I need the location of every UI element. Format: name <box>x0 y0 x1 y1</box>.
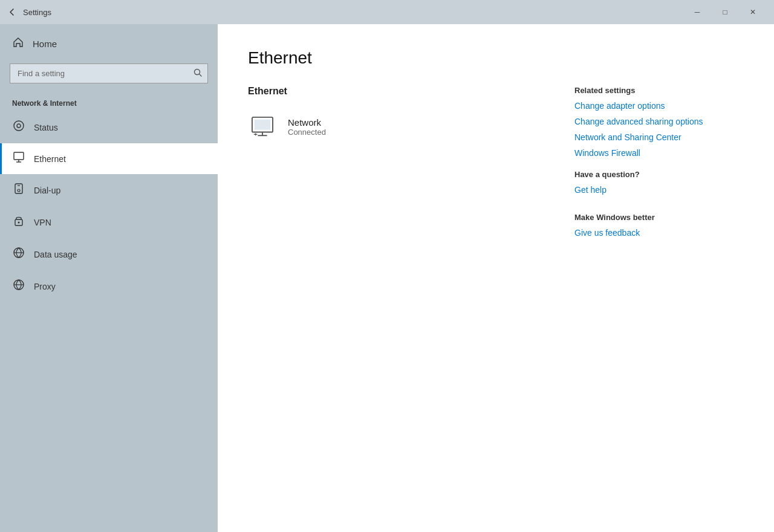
svg-rect-7 <box>15 184 22 193</box>
sidebar-section-title: Network & Internet <box>0 93 218 111</box>
windows-firewall-link[interactable]: Windows Firewall <box>574 148 744 158</box>
section-title: Ethernet <box>248 86 538 97</box>
related-settings-title: Related settings <box>574 86 744 95</box>
svg-point-2 <box>14 121 24 131</box>
page-title: Ethernet <box>248 48 744 68</box>
main-layout: Home Network & Internet Status <box>0 24 774 532</box>
have-question-title: Have a question? <box>574 170 744 179</box>
network-status: Connected <box>288 128 326 137</box>
sidebar-home-button[interactable]: Home <box>0 24 218 63</box>
sidebar-item-status-label: Status <box>34 123 58 132</box>
titlebar-left: Settings <box>7 7 51 17</box>
search-icon <box>194 68 202 79</box>
svg-rect-4 <box>14 152 24 160</box>
give-feedback-link[interactable]: Give us feedback <box>574 228 744 238</box>
status-icon <box>12 120 25 135</box>
sidebar-item-status[interactable]: Status <box>0 111 218 143</box>
network-item[interactable]: Network Connected <box>248 109 538 145</box>
datausage-icon <box>12 247 25 262</box>
dialup-icon <box>12 183 25 198</box>
svg-rect-17 <box>255 120 271 130</box>
content-main: Ethernet <box>248 86 538 244</box>
sidebar-item-dialup-label: Dial-up <box>34 186 60 195</box>
svg-point-9 <box>18 189 20 192</box>
sidebar-item-dialup[interactable]: Dial-up <box>0 174 218 206</box>
sidebar-item-vpn[interactable]: VPN <box>0 206 218 238</box>
home-icon <box>12 36 24 51</box>
network-info: Network Connected <box>288 117 326 137</box>
sidebar-item-proxy-label: Proxy <box>34 282 56 291</box>
search-input[interactable] <box>10 63 208 83</box>
sidebar-home-label: Home <box>33 39 57 49</box>
titlebar: Settings ─ □ ✕ <box>0 0 774 24</box>
proxy-icon <box>12 279 25 294</box>
get-help-link[interactable]: Get help <box>574 185 744 195</box>
svg-line-1 <box>200 74 202 77</box>
ethernet-icon <box>12 152 25 166</box>
titlebar-buttons: ─ □ ✕ <box>683 0 767 24</box>
content-body: Ethernet <box>248 86 744 244</box>
network-connection-icon <box>248 115 277 139</box>
change-advanced-sharing-link[interactable]: Change advanced sharing options <box>574 117 744 126</box>
related-settings-panel: Related settings Change adapter options … <box>574 86 744 244</box>
sidebar-item-proxy[interactable]: Proxy <box>0 270 218 302</box>
sidebar-item-datausage[interactable]: Data usage <box>0 238 218 270</box>
network-sharing-center-link[interactable]: Network and Sharing Center <box>574 132 744 142</box>
sidebar: Home Network & Internet Status <box>0 24 218 532</box>
minimize-button[interactable]: ─ <box>683 0 711 24</box>
close-button[interactable]: ✕ <box>739 0 767 24</box>
svg-point-11 <box>18 222 20 224</box>
content-area: Ethernet Ethernet <box>218 24 774 532</box>
make-windows-better-title: Make Windows better <box>574 213 744 222</box>
sidebar-item-datausage-label: Data usage <box>34 250 77 259</box>
network-name: Network <box>288 117 326 128</box>
sidebar-item-ethernet[interactable]: Ethernet <box>0 143 218 174</box>
svg-point-3 <box>17 124 21 128</box>
sidebar-item-vpn-label: VPN <box>34 218 51 227</box>
sidebar-search-container <box>10 63 208 83</box>
change-adapter-options-link[interactable]: Change adapter options <box>574 101 744 111</box>
vpn-icon <box>12 215 25 230</box>
back-button[interactable] <box>7 7 17 17</box>
sidebar-item-ethernet-label: Ethernet <box>34 154 66 164</box>
maximize-button[interactable]: □ <box>711 0 739 24</box>
titlebar-title: Settings <box>23 8 51 17</box>
